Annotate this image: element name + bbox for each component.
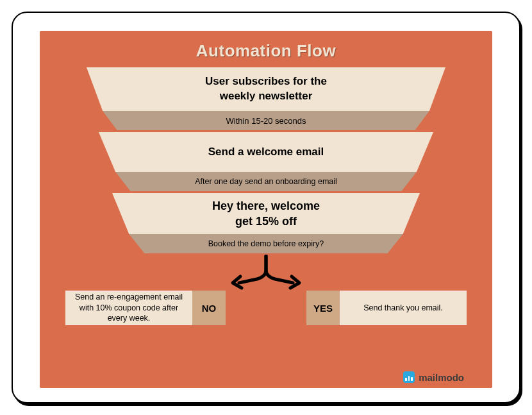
diagram-title: Automation Flow: [65, 41, 467, 61]
stage-1-label: User subscribes for theweekly newsletter: [87, 67, 445, 111]
funnel-stage-3: Hey there, welcomeget 15% off Booked the…: [112, 193, 420, 253]
branch-no: Send an re-engagement email with 10% cou…: [65, 291, 226, 325]
stage-1-sublabel: Within 15-20 seconds: [87, 111, 445, 130]
branch-yes-text: Send thank you email.: [340, 291, 467, 325]
diagram-panel: Automation Flow User subscribes for thew…: [40, 31, 492, 388]
funnel: User subscribes for theweekly newsletter…: [65, 67, 467, 253]
brand-mark-icon: [403, 371, 415, 383]
branches-row: Send an re-engagement email with 10% cou…: [65, 291, 467, 325]
stage-2-sublabel: After one day send an onboarding email: [99, 172, 433, 191]
branch-no-tag: NO: [192, 291, 226, 325]
card-frame: Automation Flow User subscribes for thew…: [12, 12, 520, 403]
funnel-stage-1: User subscribes for theweekly newsletter…: [87, 67, 445, 132]
branch-no-text: Send an re-engagement email with 10% cou…: [65, 291, 192, 325]
brand-name: mailmodo: [419, 372, 464, 383]
split-arrow-icon: [65, 255, 467, 292]
stage-3-label: Hey there, welcomeget 15% off: [112, 193, 420, 234]
stage-3-sublabel: Booked the demo before expiry?: [112, 234, 420, 253]
branch-yes-tag: YES: [306, 291, 340, 325]
brand-logo: mailmodo: [403, 371, 464, 383]
funnel-stage-2: Send a welcome email After one day send …: [99, 132, 433, 193]
stage-2-label: Send a welcome email: [99, 132, 433, 172]
branch-yes: YES Send thank you email.: [306, 291, 467, 325]
